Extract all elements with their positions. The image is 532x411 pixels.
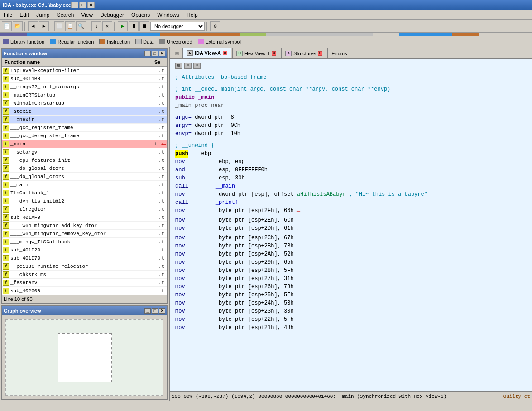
code-toolbar-icon1[interactable]: ▤ bbox=[175, 63, 182, 69]
function-row[interactable]: f___chkstk_ms.t bbox=[2, 271, 167, 279]
function-row[interactable]: f___do_global_dtors.t bbox=[2, 164, 167, 173]
menu-item-help[interactable]: Help bbox=[183, 10, 201, 19]
function-row[interactable]: f____w64_mingwthr_add_key_dtor.t bbox=[2, 222, 167, 230]
function-row[interactable]: f__mingw32_init_mainargs.t bbox=[2, 83, 167, 91]
function-row[interactable]: f___tlregdtor.t bbox=[2, 205, 167, 213]
debugger-select[interactable]: No debugger bbox=[150, 22, 205, 31]
function-segment: .t bbox=[157, 92, 166, 98]
function-name: sub_4011B0 bbox=[10, 76, 157, 82]
comment-signature: ; int __cdecl main(int argc, const char … bbox=[175, 85, 390, 93]
menu-item-jump[interactable]: Jump bbox=[33, 10, 53, 19]
toolbar: 📄 📂 ◀ ▶ ⬜ 📋 🔍 ↓ ✕ ▶ ⏸ ⏹ No debugger ⚙ bbox=[0, 20, 532, 33]
function-row[interactable]: f___gcc_register_frame.t bbox=[2, 124, 167, 132]
code-line-mov-7bh: mov byte ptr [esp+2Bh], 7Bh bbox=[175, 242, 527, 250]
function-icon: f bbox=[3, 133, 9, 139]
function-icon: f bbox=[3, 92, 9, 98]
code-label-proc: _main proc near bbox=[175, 102, 224, 110]
function-row[interactable]: f__pei386_runtime_relocator.t bbox=[2, 262, 167, 271]
tab-ida-close[interactable]: ✕ bbox=[223, 51, 227, 55]
menu-item-edit[interactable]: Edit bbox=[16, 10, 33, 19]
pause-button[interactable]: ⏸ bbox=[129, 21, 139, 31]
code-toolbar-icon2[interactable]: ⊞ bbox=[184, 63, 192, 69]
tab-hex-view[interactable]: H Hex View-1 ✕ bbox=[232, 48, 280, 58]
menu-item-debugger[interactable]: Debugger bbox=[96, 10, 128, 19]
code-toolbar-icon3[interactable]: ⊡ bbox=[193, 63, 201, 69]
forward-button[interactable]: ▶ bbox=[39, 21, 49, 31]
arrow-2: ← bbox=[297, 224, 300, 234]
function-row[interactable]: f____w64_mingwthr_remove_key_dtor.t bbox=[2, 230, 167, 238]
function-name: __mingw32_init_mainargs bbox=[10, 84, 157, 90]
menu-item-view[interactable]: View bbox=[77, 10, 96, 19]
settings-button[interactable]: ⚙ bbox=[210, 21, 220, 31]
new-button[interactable]: 📄 bbox=[2, 21, 12, 31]
tab-struct-close[interactable]: ✕ bbox=[318, 51, 322, 56]
minimize-button[interactable]: − bbox=[71, 2, 78, 8]
function-row[interactable]: fsub_402000t bbox=[2, 287, 167, 295]
function-row[interactable]: f__onexit.t bbox=[2, 116, 167, 124]
graph-maximize-btn[interactable]: □ bbox=[152, 308, 158, 314]
function-row[interactable]: f__setargv.t bbox=[2, 148, 167, 156]
down-arrow-button[interactable]: ↓ bbox=[91, 21, 101, 31]
functions-minimize-btn[interactable]: _ bbox=[144, 51, 151, 56]
function-segment: .t bbox=[157, 109, 166, 114]
tab-hex-close[interactable]: ✕ bbox=[272, 51, 276, 56]
function-row[interactable]: f_WinMainCRTStartup.t bbox=[2, 99, 167, 107]
run-button[interactable]: ▶ bbox=[118, 21, 128, 31]
function-row[interactable]: f_atexit.t bbox=[2, 107, 167, 116]
menu-item-windows[interactable]: Windows bbox=[153, 10, 183, 19]
function-segment: .t bbox=[157, 68, 166, 73]
function-row[interactable]: fsub_401AF0.t bbox=[2, 213, 167, 222]
code-line-mov-73h: mov byte ptr [esp+26h], 73h bbox=[175, 283, 527, 291]
function-row[interactable]: f_mainCRTStartup.t bbox=[2, 91, 167, 99]
graph-minimize-btn[interactable]: _ bbox=[144, 308, 151, 314]
paste-button[interactable]: 📋 bbox=[65, 21, 75, 31]
function-icon: f bbox=[3, 141, 9, 147]
legend-color-regular bbox=[50, 39, 56, 44]
function-row[interactable]: fsub_4011B0.t bbox=[2, 75, 167, 83]
function-row[interactable]: fsub_401D70.t bbox=[2, 254, 167, 262]
function-row[interactable]: f___do_global_ctors.t bbox=[2, 173, 167, 181]
function-segment: .t bbox=[157, 190, 166, 196]
tab-ida-view[interactable]: A IDA View-A ✕ bbox=[182, 48, 231, 58]
function-row[interactable]: f___mingw_TLSCallback.t bbox=[2, 238, 167, 246]
back-button[interactable]: ◀ bbox=[28, 21, 38, 31]
function-row[interactable]: f___gcc_deregister_frame.t bbox=[2, 132, 167, 140]
function-icon: f bbox=[3, 198, 9, 204]
legend-regular: Regular function bbox=[50, 39, 94, 44]
function-row[interactable]: f_fesetenv.t bbox=[2, 279, 167, 287]
graph-overview-panel: Graph overview _ □ ✕ bbox=[1, 305, 168, 400]
function-row[interactable]: fsub_401D20.t bbox=[2, 246, 167, 254]
code-line-mov-43h: mov byte ptr [esp+21h], 43h bbox=[175, 324, 527, 332]
function-row[interactable]: f___dyn_tls_init@12.t bbox=[2, 197, 167, 205]
function-row[interactable]: fTlsCallback_1.t bbox=[2, 189, 167, 197]
search-button[interactable]: 🔍 bbox=[76, 21, 86, 31]
function-name: sub_401D70 bbox=[10, 256, 157, 261]
function-segment: .t bbox=[157, 84, 166, 90]
maximize-button[interactable]: □ bbox=[79, 2, 86, 8]
function-row[interactable]: f__main.t bbox=[2, 181, 167, 189]
graph-preview-box bbox=[58, 333, 112, 382]
tab-ida-label: IDA View-A bbox=[195, 50, 221, 56]
menu-item-search[interactable]: Search bbox=[53, 10, 77, 19]
stop-button[interactable]: ⏹ bbox=[139, 21, 149, 31]
cross-button[interactable]: ✕ bbox=[102, 21, 112, 31]
tab-enums[interactable]: Enums bbox=[327, 48, 351, 58]
function-row[interactable]: fTopLevelExceptionFilter.t bbox=[2, 67, 167, 75]
functions-list[interactable]: fTopLevelExceptionFilter.tfsub_4011B0.tf… bbox=[2, 67, 167, 295]
close-button[interactable]: ✕ bbox=[87, 2, 95, 8]
open-button[interactable]: 📂 bbox=[13, 21, 23, 31]
function-name: ____w64_mingwthr_remove_key_dtor bbox=[10, 231, 157, 237]
function-row[interactable]: f___cpu_features_init.t bbox=[2, 156, 167, 164]
legend-instruction: Instruction bbox=[99, 39, 130, 44]
code-view[interactable]: ▤ ⊞ ⊡ ; Attributes: bp-based frame ; int… bbox=[170, 59, 532, 391]
color-segment bbox=[0, 33, 27, 36]
tab-structures[interactable]: A Structures ✕ bbox=[281, 48, 326, 58]
function-segment: .t bbox=[157, 174, 166, 179]
graph-close-btn[interactable]: ✕ bbox=[159, 308, 165, 314]
functions-close-btn[interactable]: ✕ bbox=[159, 51, 165, 56]
menu-item-file[interactable]: File bbox=[0, 10, 16, 19]
menu-item-options[interactable]: Options bbox=[128, 10, 153, 19]
function-row[interactable]: f_main.t← bbox=[2, 140, 167, 148]
functions-maximize-btn[interactable]: □ bbox=[152, 51, 158, 56]
copy-button[interactable]: ⬜ bbox=[54, 21, 64, 31]
